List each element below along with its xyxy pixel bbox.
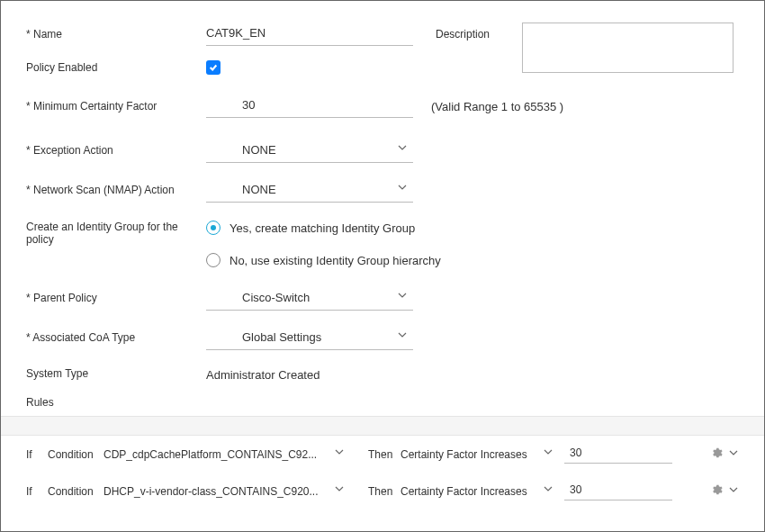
nmap-action-value: NONE [242, 183, 276, 196]
chevron-down-icon [397, 329, 408, 343]
radio-yes-row[interactable]: Yes, create matching Identity Group [206, 217, 739, 239]
gear-icon[interactable] [710, 483, 723, 499]
exception-action-label: * Exception Action [26, 144, 206, 157]
policy-enabled-label: Policy Enabled [26, 61, 206, 74]
exception-action-select[interactable]: NONE [206, 138, 413, 163]
chevron-down-icon[interactable] [728, 484, 739, 498]
rule-row: If Condition DHCP_v-i-vendor-class_CONTA… [1, 473, 764, 509]
nmap-action-label: * Network Scan (NMAP) Action [26, 184, 206, 196]
name-label: * Name [26, 28, 206, 41]
mcf-input[interactable] [206, 95, 413, 118]
rule-value-input[interactable]: 30 [564, 482, 672, 500]
chevron-down-icon [397, 182, 408, 195]
radio-no[interactable] [206, 253, 220, 267]
rule-then-label: Then [368, 485, 400, 498]
chevron-down-icon [334, 485, 345, 497]
radio-no-row[interactable]: No, use existing Identity Group hierarch… [206, 249, 739, 271]
rule-factor-value: Certainty Factor Increases [400, 485, 527, 498]
coa-type-label: * Associated CoA Type [26, 331, 206, 344]
rule-factor-value: Certainty Factor Increases [400, 448, 527, 461]
rule-factor-select[interactable]: Certainty Factor Increases [400, 448, 554, 461]
description-textarea[interactable] [522, 23, 734, 73]
nmap-action-select[interactable]: NONE [206, 177, 413, 203]
coa-type-select[interactable]: Global Settings [206, 325, 413, 350]
radio-no-label: No, use existing Identity Group hierarch… [230, 254, 441, 267]
chevron-down-icon [543, 483, 554, 497]
rule-if-label: If [26, 485, 48, 498]
description-label: Description [436, 28, 490, 41]
rule-condition-label: Condition [48, 448, 104, 461]
policy-enabled-checkbox[interactable] [206, 60, 220, 75]
chevron-down-icon [397, 142, 408, 156]
rule-value-input[interactable]: 30 [564, 445, 672, 464]
system-type-value: Administrator Created [206, 365, 413, 382]
rule-condition-value: DHCP_v-i-vendor-class_CONTAINS_C920... [104, 485, 319, 498]
radio-yes-label: Yes, create matching Identity Group [230, 221, 415, 235]
rules-heading: Rules [26, 396, 739, 409]
rule-if-label: If [26, 448, 48, 461]
rule-then-label: Then [368, 448, 400, 461]
parent-policy-select[interactable]: Cisco-Switch [206, 285, 413, 311]
create-group-label: Create an Identity Group for the policy [26, 217, 206, 246]
chevron-down-icon [543, 446, 554, 460]
chevron-down-icon [334, 448, 345, 460]
mcf-range-note: (Valid Range 1 to 65535 ) [431, 100, 563, 113]
checkmark-icon [209, 63, 218, 72]
rule-condition-select[interactable]: CDP_cdpCachePlatform_CONTAINS_C92... [104, 448, 346, 461]
parent-policy-label: * Parent Policy [26, 292, 206, 304]
rules-header-bar [1, 416, 764, 436]
coa-type-value: Global Settings [242, 330, 321, 344]
system-type-label: System Type [26, 367, 206, 380]
chevron-down-icon[interactable] [728, 447, 739, 461]
rule-condition-value: CDP_cdpCachePlatform_CONTAINS_C92... [104, 448, 317, 461]
gear-icon[interactable] [710, 446, 723, 462]
name-input[interactable] [206, 23, 413, 46]
rule-condition-label: Condition [48, 485, 104, 498]
chevron-down-icon [397, 290, 408, 303]
exception-action-value: NONE [242, 143, 276, 157]
rule-factor-select[interactable]: Certainty Factor Increases [400, 485, 554, 498]
rule-row: If Condition CDP_cdpCachePlatform_CONTAI… [1, 436, 764, 473]
radio-yes[interactable] [206, 221, 220, 235]
mcf-label: * Minimum Certainty Factor [26, 100, 206, 113]
rule-condition-select[interactable]: DHCP_v-i-vendor-class_CONTAINS_C920... [104, 485, 346, 498]
parent-policy-value: Cisco-Switch [242, 291, 310, 304]
